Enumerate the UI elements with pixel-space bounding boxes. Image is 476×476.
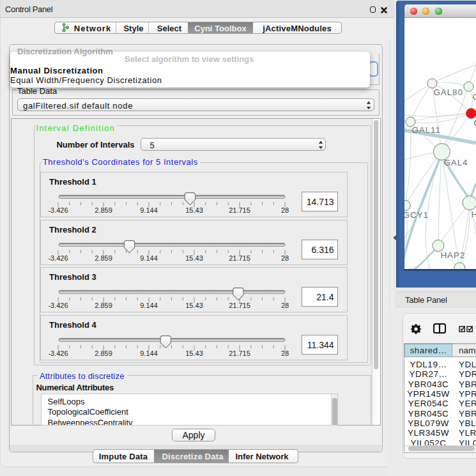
svg-text:HAP2: HAP2 <box>440 250 465 259</box>
svg-text:GAL3: GAL3 <box>472 91 476 101</box>
svg-text:GAL80: GAL80 <box>433 87 463 96</box>
svg-text:CD: CD <box>473 118 476 127</box>
svg-text:GAL4: GAL4 <box>443 158 468 167</box>
svg-text:GAL11: GAL11 <box>411 125 441 135</box>
svg-text:GCY1: GCY1 <box>404 210 429 219</box>
svg-text:HAP4: HAP4 <box>471 209 476 219</box>
